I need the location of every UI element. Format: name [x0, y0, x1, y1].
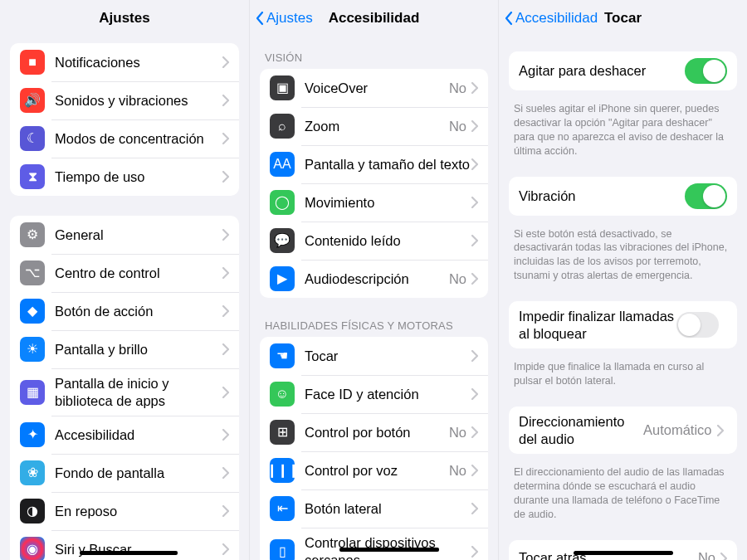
settings-group-2: ⚙General⌥Centro de control◆Botón de acci… — [10, 216, 239, 560]
glyph: ✦ — [27, 428, 38, 441]
row-icon: ❙❙❙ — [270, 458, 295, 483]
list-row[interactable]: ☀Pantalla y brillo — [10, 330, 239, 368]
group-back-tap: Tocar atrás No — [509, 540, 737, 560]
list-row[interactable]: ❀Fondo de pantalla — [10, 454, 239, 492]
chevron-right-icon — [222, 429, 229, 441]
row-icon: ⌥ — [20, 261, 45, 285]
list-row[interactable]: ✦Accesibilidad — [10, 416, 239, 454]
glyph: ⚙ — [27, 228, 38, 241]
nav-title: Accesibilidad — [329, 10, 420, 27]
group-audio-routing: Direccionamiento del audio Automático — [509, 407, 737, 454]
row-audio-routing[interactable]: Direccionamiento del audio Automático — [509, 407, 737, 454]
chevron-right-icon — [222, 467, 229, 479]
row-icon: ◑ — [20, 499, 45, 523]
list-row[interactable]: ▯Controlar dispositivos cercanos — [260, 528, 488, 560]
list-row[interactable]: ⚙General — [10, 216, 239, 254]
list-row[interactable]: ◑En reposo — [10, 492, 239, 530]
row-icon: ☀ — [20, 337, 45, 362]
list-row[interactable]: ❙❙❙Control por vozNo — [260, 451, 488, 489]
list-row[interactable]: AAPantalla y tamaño del texto — [260, 145, 488, 183]
chevron-right-icon — [471, 82, 478, 94]
glyph: ⇤ — [277, 502, 288, 515]
row-icon: ▣ — [270, 75, 295, 100]
row-label: Sonidos y vibraciones — [55, 92, 222, 110]
section-header-vision: VISIÓN — [250, 37, 498, 69]
glyph: ❀ — [27, 466, 38, 480]
list-row[interactable]: ⊞Control por botónNo — [260, 413, 488, 451]
nav-bar: Ajustes — [0, 0, 249, 37]
row-label: Zoom — [305, 118, 449, 135]
toggle-lock-end-call[interactable] — [676, 312, 719, 338]
pane-accesibilidad: Ajustes Accesibilidad VISIÓN ▣VoiceOverN… — [249, 0, 498, 560]
footer-shake: Si sueles agitar el iPhone sin querer, p… — [499, 97, 747, 170]
row-vibration[interactable]: Vibración — [509, 177, 737, 216]
row-icon: ☚ — [270, 343, 295, 368]
chevron-right-icon — [222, 505, 229, 517]
redaction-bar — [80, 551, 178, 555]
list-row[interactable]: ⧗Tiempo de uso — [10, 158, 239, 196]
chevron-left-icon — [255, 11, 265, 26]
list-row[interactable]: ▶AudiodescripciónNo — [260, 260, 488, 298]
list-row[interactable]: ◆Botón de acción — [10, 292, 239, 330]
list-row[interactable]: 💬Contenido leído — [260, 222, 488, 260]
glyph: ■ — [28, 56, 37, 69]
row-icon: ✦ — [20, 422, 45, 447]
row-label: Centro de control — [55, 265, 222, 282]
list-row[interactable]: ◯Movimiento — [260, 183, 488, 222]
row-label: Botón lateral — [305, 500, 471, 518]
back-button[interactable]: Accesibilidad — [504, 0, 598, 37]
chevron-right-icon — [222, 95, 229, 106]
chevron-right-icon — [471, 158, 478, 170]
row-icon: AA — [270, 152, 295, 177]
glyph: ◑ — [27, 504, 38, 518]
row-icon: ⧗ — [20, 164, 45, 189]
row-icon: ⌕ — [270, 114, 295, 139]
row-value: No — [449, 425, 466, 441]
glyph: ⌥ — [25, 266, 40, 280]
back-label: Accesibilidad — [515, 10, 598, 27]
list-row[interactable]: ◉Siri y Buscar — [10, 530, 239, 560]
glyph: ⌕ — [278, 119, 286, 133]
back-button[interactable]: Ajustes — [255, 0, 313, 37]
footer-lock-end-call: Impide que finalice la llamada en curso … — [499, 355, 747, 400]
list-row[interactable]: ☺Face ID y atención — [260, 375, 488, 413]
row-back-tap[interactable]: Tocar atrás No — [509, 540, 737, 560]
list-row[interactable]: ⌥Centro de control — [10, 254, 239, 292]
chevron-right-icon — [720, 553, 727, 560]
list-row[interactable]: ☚Tocar — [260, 337, 488, 375]
row-label: Tiempo de uso — [55, 168, 222, 186]
glyph: ◉ — [27, 543, 38, 556]
row-value: No — [449, 463, 466, 479]
list-row[interactable]: ☾Modos de concentración — [10, 119, 239, 158]
row-label: Tocar — [305, 348, 471, 365]
row-label: Control por botón — [305, 424, 449, 441]
list-row[interactable]: ▦Pantalla de inicio y biblioteca de apps — [10, 368, 239, 416]
list-row[interactable]: ■Notificaciones — [10, 43, 239, 81]
home-indicator[interactable] — [574, 551, 673, 555]
toggle-shake-to-undo[interactable] — [685, 58, 727, 84]
row-shake-to-undo[interactable]: Agitar para deshacer — [509, 51, 737, 90]
list-row[interactable]: 🔊Sonidos y vibraciones — [10, 81, 239, 119]
row-lock-end-call[interactable]: Impedir finalizar llamadas al bloquear — [509, 301, 737, 348]
glyph: ☚ — [276, 349, 288, 363]
redaction-bar — [339, 548, 439, 552]
row-value: Automático — [643, 422, 712, 438]
chevron-right-icon — [471, 350, 478, 362]
glyph: ◯ — [275, 196, 290, 209]
glyph: 💬 — [274, 234, 290, 247]
glyph: ◆ — [27, 304, 37, 318]
row-icon: ❀ — [20, 460, 45, 485]
chevron-right-icon — [222, 171, 229, 183]
list-row[interactable]: ▣VoiceOverNo — [260, 69, 488, 107]
list-row[interactable]: ⌕ZoomNo — [260, 107, 488, 145]
row-icon: ⇤ — [270, 496, 295, 521]
glyph: ⊞ — [277, 426, 288, 439]
glyph: AA — [273, 158, 290, 171]
toggle-vibration[interactable] — [685, 183, 727, 209]
row-label: Impedir finalizar llamadas al bloquear — [519, 308, 676, 342]
list-row[interactable]: ⇤Botón lateral — [260, 489, 488, 528]
chevron-right-icon — [222, 56, 229, 68]
row-icon: ▯ — [270, 539, 295, 560]
row-value: No — [698, 550, 715, 560]
pane-ajustes: Ajustes ■Notificaciones🔊Sonidos y vibrac… — [0, 0, 249, 560]
